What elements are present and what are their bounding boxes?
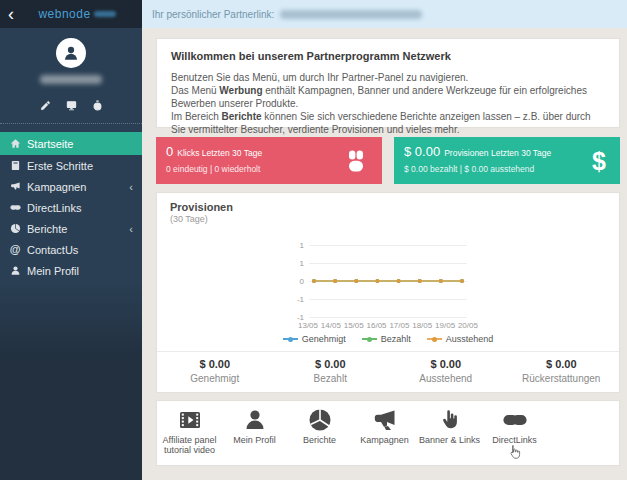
sidebar-item-label: Berichte [27,223,67,235]
pie-chart-icon [8,223,22,234]
at-icon: @ [8,244,22,255]
legend-item[interactable]: Bezahlt [362,334,411,344]
chart-series [309,245,467,317]
sidebar-item-directlinks[interactable]: DirectLinks [0,197,142,218]
user-icon [243,407,267,433]
sidebar-footer [0,281,142,480]
chart-gridline [309,317,467,318]
chevron-left-icon: ‹ [129,181,133,193]
sidebar-menu: Startseite Erste Schritte Kampagnen ‹ Di… [0,132,142,281]
chevron-left-icon: ‹ [129,223,133,235]
pie-chart-icon [308,407,332,433]
dollar-icon: $ [592,148,606,173]
legend-marker [362,338,377,340]
home-icon [8,138,22,149]
logo-suffix-blurred [94,11,116,17]
chain-icon [8,202,22,213]
chart-legend: Genehmigt Bezahlt Ausstehend [157,334,619,344]
legend-item[interactable]: Genehmigt [283,334,346,344]
welcome-title: Willkommen bei unserem Partnerprogramm N… [171,50,605,62]
legend-marker [427,338,442,340]
chart-x-label: 19/05 [435,321,455,330]
pencil-icon[interactable] [40,100,51,111]
shortcuts-panel: Affiliate panel tutorial video Mein Prof… [156,400,620,466]
welcome-panel: Willkommen bei unserem Partnerprogramm N… [156,38,620,128]
welcome-body: Benutzen Sie das Menü, um durch Ihr Part… [171,71,605,136]
sidebar: ‹ webnode [0,0,142,480]
chart-x-label: 14/05 [321,321,341,330]
legend-marker-dot [432,337,437,342]
brand-logo: webnode [20,7,134,21]
shortcut-tutorial-video[interactable]: Affiliate panel tutorial video [157,407,222,465]
hand-click-icon [438,407,462,433]
chart-y-tick: 0 [285,277,304,286]
commissions-label: Provisionen Letzten 30 Tage [444,148,551,158]
chart-plot: 110-1-1 [309,245,467,317]
sidebar-logo-bar: ‹ webnode [0,0,142,28]
sidebar-item-kampagnen[interactable]: Kampagnen ‹ [0,176,142,197]
stopwatch-icon[interactable] [92,100,103,111]
film-icon [178,407,202,433]
monitor-icon[interactable] [66,100,77,111]
chart-y-tick: -1 [285,295,304,304]
profile-actions [40,100,103,111]
book-icon [8,160,22,171]
clicks-sub: 0 eindeutig | 0 wiederholt [166,164,372,174]
legend-marker [283,338,298,340]
avatar [56,38,86,68]
sidebar-item-berichte[interactable]: Berichte ‹ [0,218,142,239]
summary-genehmigt: $ 0.00 Genehmigt [157,352,273,392]
chart-x-axis: 13/0514/0515/0516/0517/0518/0519/0520/05 [298,321,478,330]
chart-x-label: 15/05 [344,321,364,330]
chart-x-label: 17/05 [389,321,409,330]
sidebar-item-label: Mein Profil [27,265,79,277]
clicks-label: Klicks Letzten 30 Tage [177,148,262,158]
user-icon [8,265,22,276]
shortcut-kampagnen[interactable]: Kampagnen [352,407,417,465]
chart-x-label: 18/05 [412,321,432,330]
megaphone-icon [373,407,397,433]
sidebar-item-label: DirectLinks [27,202,81,214]
sidebar-item-label: Kampagnen [27,181,86,193]
legend-item[interactable]: Ausstehend [427,334,494,344]
megaphone-icon [8,181,22,192]
summary-ausstehend: $ 0.00 Ausstehend [388,352,504,392]
username-blurred [40,75,102,84]
sidebar-item-erste-schritte[interactable]: Erste Schritte [0,155,142,176]
chart-y-tick: 1 [285,259,304,268]
commissions-chart-panel: Provisionen (30 Tage) 110-1-1 13/0514/05… [156,192,620,393]
main-content: Willkommen bei unserem Partnerprogramm N… [142,28,627,480]
commissions-value: $ 0.00 [404,144,440,159]
sidebar-profile [0,28,142,124]
brand-logo-text: webnode [38,7,90,21]
summary-rueckerstattungen: $ 0.00 Rückerstattungen [504,352,620,392]
collapse-sidebar-button[interactable]: ‹ [8,5,14,23]
legend-marker-dot [367,337,372,342]
chart-x-label: 20/05 [458,321,478,330]
sidebar-item-mein-profil[interactable]: Mein Profil [0,260,142,281]
user-icon [62,44,80,62]
commissions-sub: $ 0.00 bezahlt | $ 0.00 ausstehend [404,164,610,174]
mouse-icon [344,149,368,173]
legend-label: Genehmigt [302,334,346,344]
legend-marker-dot [288,337,293,342]
chart-x-label: 13/05 [298,321,318,330]
chain-icon [503,407,527,433]
shortcut-banner-links[interactable]: Banner & Links [417,407,482,465]
summary-bezahlt: $ 0.00 Bezahlt [273,352,389,392]
sidebar-item-label: Erste Schritte [27,160,93,172]
chart-x-label: 16/05 [367,321,387,330]
topbar: Ihr persönlicher Partnerlink: [142,0,627,28]
sidebar-item-startseite[interactable]: Startseite [0,132,142,155]
commissions-summary: $ 0.00 Genehmigt $ 0.00 Bezahlt $ 0.00 A… [157,351,619,392]
affiliate-dashboard: ‹ webnode [0,0,627,480]
chart-subtitle: (30 Tage) [170,214,208,224]
clicks-value: 0 [166,144,173,159]
clicks-card: 0 Klicks Letzten 30 Tage 0 eindeutig | 0… [156,137,382,184]
sidebar-item-contactus[interactable]: @ ContactUs [0,239,142,260]
sidebar-item-label: ContactUs [27,244,78,256]
shortcut-berichte[interactable]: Berichte [287,407,352,465]
partner-link-blurred[interactable] [280,10,422,19]
chart-title: Provisionen [170,201,233,213]
shortcut-mein-profil[interactable]: Mein Profil [222,407,287,465]
